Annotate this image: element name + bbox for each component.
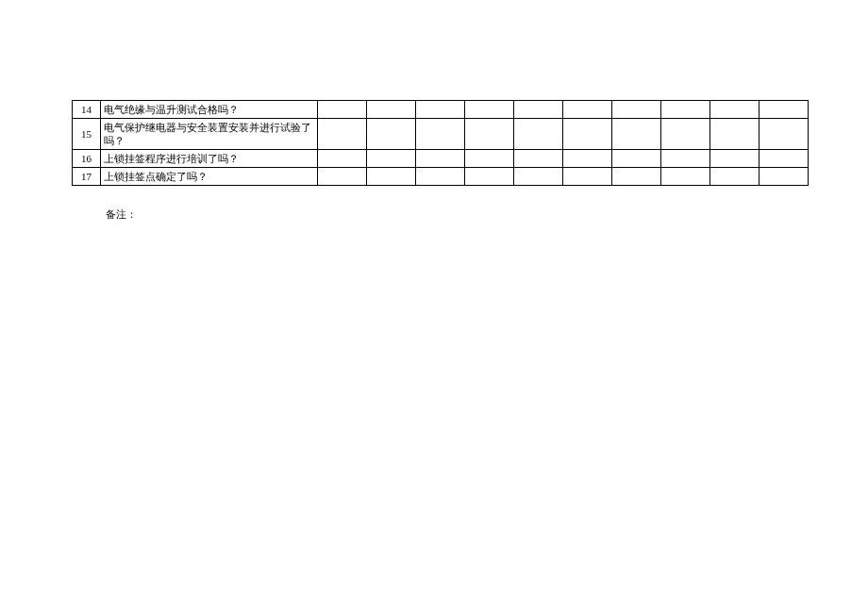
blank-cell (416, 119, 465, 150)
blank-cell (661, 119, 710, 150)
blank-cell (465, 150, 514, 168)
blank-cell (367, 168, 416, 186)
blank-cell (465, 119, 514, 150)
blank-cell (367, 119, 416, 150)
blank-cell (612, 150, 661, 168)
blank-cell (318, 168, 367, 186)
blank-cell (760, 119, 809, 150)
blank-cell (612, 168, 661, 186)
checklist-table-wrapper: 14 电气绝缘与温升测试合格吗？ 15 电气保护继电器与安全装置安装并进行试验了… (72, 100, 808, 186)
checklist-table: 14 电气绝缘与温升测试合格吗？ 15 电气保护继电器与安全装置安装并进行试验了… (72, 100, 809, 186)
blank-cell (612, 101, 661, 119)
row-number: 15 (73, 119, 101, 150)
blank-cell (465, 168, 514, 186)
blank-cell (661, 168, 710, 186)
row-question: 电气保护继电器与安全装置安装并进行试验了吗？ (101, 119, 318, 150)
blank-cell (465, 101, 514, 119)
row-question: 电气绝缘与温升测试合格吗？ (101, 101, 318, 119)
blank-cell (367, 101, 416, 119)
blank-cell (710, 101, 760, 119)
blank-cell (563, 101, 612, 119)
blank-cell (416, 168, 465, 186)
table-row: 17 上锁挂签点确定了吗？ (73, 168, 809, 186)
blank-cell (661, 101, 710, 119)
table-row: 14 电气绝缘与温升测试合格吗？ (73, 101, 809, 119)
row-number: 14 (73, 101, 101, 119)
blank-cell (563, 168, 612, 186)
blank-cell (367, 150, 416, 168)
blank-cell (563, 150, 612, 168)
blank-cell (661, 150, 710, 168)
blank-cell (760, 101, 809, 119)
blank-cell (710, 168, 760, 186)
row-number: 17 (73, 168, 101, 186)
table-row: 15 电气保护继电器与安全装置安装并进行试验了吗？ (73, 119, 809, 150)
blank-cell (710, 150, 760, 168)
blank-cell (514, 101, 563, 119)
blank-cell (514, 168, 563, 186)
row-number: 16 (73, 150, 101, 168)
blank-cell (514, 119, 563, 150)
blank-cell (318, 101, 367, 119)
blank-cell (710, 119, 760, 150)
footnote-label: 备注： (106, 207, 137, 222)
blank-cell (416, 150, 465, 168)
row-question: 上锁挂签点确定了吗？ (101, 168, 318, 186)
blank-cell (318, 150, 367, 168)
table-row: 16 上锁挂签程序进行培训了吗？ (73, 150, 809, 168)
blank-cell (318, 119, 367, 150)
blank-cell (612, 119, 661, 150)
row-question: 上锁挂签程序进行培训了吗？ (101, 150, 318, 168)
blank-cell (760, 150, 809, 168)
blank-cell (563, 119, 612, 150)
blank-cell (760, 168, 809, 186)
blank-cell (514, 150, 563, 168)
blank-cell (416, 101, 465, 119)
